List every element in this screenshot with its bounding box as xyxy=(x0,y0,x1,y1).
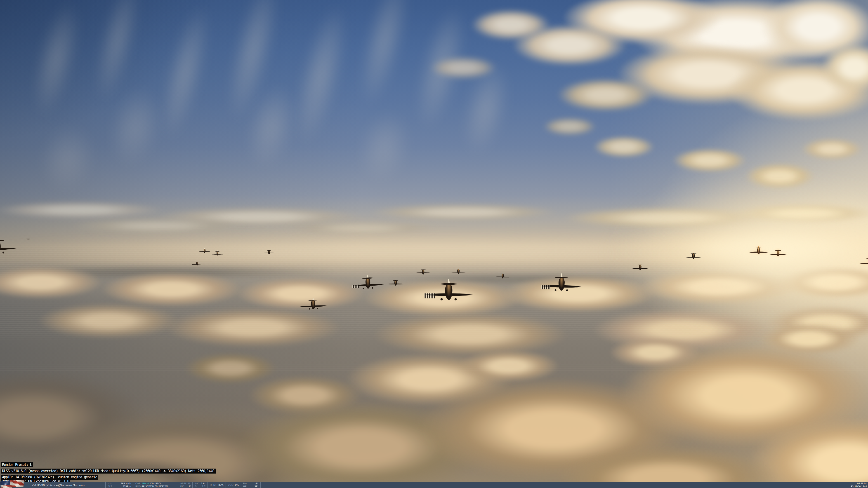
aircraft-stabilizer xyxy=(638,265,643,265)
aircraft xyxy=(26,237,31,240)
cloud xyxy=(800,138,864,160)
aircraft-fuselage xyxy=(558,277,565,291)
sim-date: 11/06/1944 xyxy=(855,485,867,488)
metric-value: 4° xyxy=(188,482,190,485)
aircraft-gear xyxy=(317,308,318,309)
aircraft xyxy=(299,297,327,314)
cirrus-streak xyxy=(350,0,418,111)
aircraft xyxy=(685,252,702,262)
cloud xyxy=(283,221,441,235)
metric-label: ALT: xyxy=(108,485,113,488)
aircraft-gear xyxy=(566,289,568,291)
aircraft-gear xyxy=(440,298,442,300)
aircraft xyxy=(352,274,384,294)
metric-group: CAP:210°M/200°(SSO)POS:49°30'07"N 00°27'… xyxy=(133,482,178,488)
aircraft-gear xyxy=(2,252,4,254)
metric-value: 1.2 xyxy=(198,485,206,488)
aircraft-tail-fin xyxy=(447,279,450,284)
metric-label: INC: xyxy=(195,482,199,485)
aircraft-stabilizer xyxy=(203,249,207,249)
cloud xyxy=(430,57,497,79)
cloud xyxy=(246,375,364,416)
aircraft-fuselage xyxy=(217,252,218,256)
metric-group: RPM:83% xyxy=(208,482,225,488)
metric-row: P.A.:44 xyxy=(243,482,258,485)
aircraft xyxy=(416,268,430,277)
aircraft-stabilizer xyxy=(267,250,271,251)
date-prefix: F3 xyxy=(850,485,854,488)
metric-row: POS:49°30'07"N 00°27'22"W xyxy=(135,485,176,488)
cirrus-streak xyxy=(25,0,88,120)
metric-value: 3799 m xyxy=(114,485,131,488)
metric-value: 44 xyxy=(249,482,258,485)
metric-value: 39° xyxy=(250,485,258,488)
aircraft-wing xyxy=(26,238,31,239)
aircraft-name: P-47D-30 (Précoce)(Nouveau Surnom) xyxy=(32,482,85,488)
sky-sea-background xyxy=(0,0,868,488)
aircraft-gear xyxy=(309,308,310,310)
aircraft-gear xyxy=(555,289,556,291)
aircraft-stabilizer xyxy=(215,252,219,252)
aircraft-wing xyxy=(0,247,17,251)
metric-group: ASSI:4°INCL:-2° xyxy=(178,482,192,488)
metric-row: CAP:210°M/200°(SSO) xyxy=(135,482,176,485)
aircraft-stabilizer xyxy=(456,269,461,269)
metric-value-accent: 210°M/ xyxy=(142,482,149,485)
cloud xyxy=(671,148,748,173)
metric-value: 0% xyxy=(235,484,239,486)
metric-row: VOL:0% xyxy=(228,484,239,486)
aircraft xyxy=(632,263,648,273)
metric-value: 3.6° xyxy=(201,482,206,485)
aircraft-fuselage xyxy=(268,250,270,254)
aircraft-fuselage xyxy=(757,248,760,254)
metric-label: INCL: xyxy=(180,485,187,488)
aircraft-wing xyxy=(859,262,868,265)
aircraft-fuselage xyxy=(445,284,452,300)
cloud xyxy=(366,203,561,221)
aircraft-fuselage xyxy=(502,273,504,278)
aircraft-fuselage xyxy=(204,249,206,253)
aircraft-fuselage xyxy=(0,240,1,253)
aircraft xyxy=(264,249,275,256)
metric-row: INC:3.6° xyxy=(195,482,206,485)
status-bar: P-47D-30 (Précoce)(Nouveau Surnom) V.I.:… xyxy=(0,482,868,488)
cloud xyxy=(68,218,249,234)
aircraft-stabilizer xyxy=(0,240,4,242)
metric-row: HÉL:39° xyxy=(243,485,258,488)
metric-label: VOL: xyxy=(228,484,234,486)
cirrus-streak xyxy=(285,0,357,149)
aircraft-fuselage xyxy=(422,269,424,274)
metric-value: 369 km/h xyxy=(113,482,131,485)
metric-row: ALT:3799 m xyxy=(108,485,131,488)
invasion-stripes xyxy=(541,287,550,289)
aircraft xyxy=(0,236,18,261)
cloud xyxy=(0,201,165,219)
aircraft-stabilizer xyxy=(500,273,505,274)
invasion-stripes xyxy=(352,286,359,288)
metric-group: VOL:0% xyxy=(226,482,241,488)
aircraft-stabilizer xyxy=(866,258,868,259)
cloud xyxy=(542,118,597,135)
cirrus-streak xyxy=(351,106,417,188)
aircraft xyxy=(199,248,211,255)
metric-row: INCL:-2° xyxy=(180,485,190,488)
metric-value: 210°M/200°(SSO) xyxy=(142,482,161,485)
metric-value: -2° xyxy=(188,485,191,488)
metric-group: INC:3.6°G:1.2 xyxy=(193,482,208,488)
metric-label: V.I.: xyxy=(108,482,112,485)
aircraft-fuselage xyxy=(365,278,370,289)
aircraft xyxy=(211,250,223,258)
sim-time: 04:28:01 xyxy=(857,482,867,485)
invasion-stripes xyxy=(425,296,435,298)
metric-label: RPM: xyxy=(210,484,216,486)
aircraft-stabilizer xyxy=(755,248,762,248)
metric-value-part: 200°(SSO) xyxy=(149,482,161,485)
aircraft-fuselage xyxy=(196,262,198,265)
cloud xyxy=(556,78,655,112)
metric-label: HÉL: xyxy=(243,485,249,488)
aircraft-fuselage xyxy=(311,300,315,309)
aircraft-fuselage xyxy=(777,250,779,256)
metric-label: G: xyxy=(195,485,197,488)
aircraft-gear xyxy=(372,287,374,289)
divider xyxy=(260,482,261,488)
